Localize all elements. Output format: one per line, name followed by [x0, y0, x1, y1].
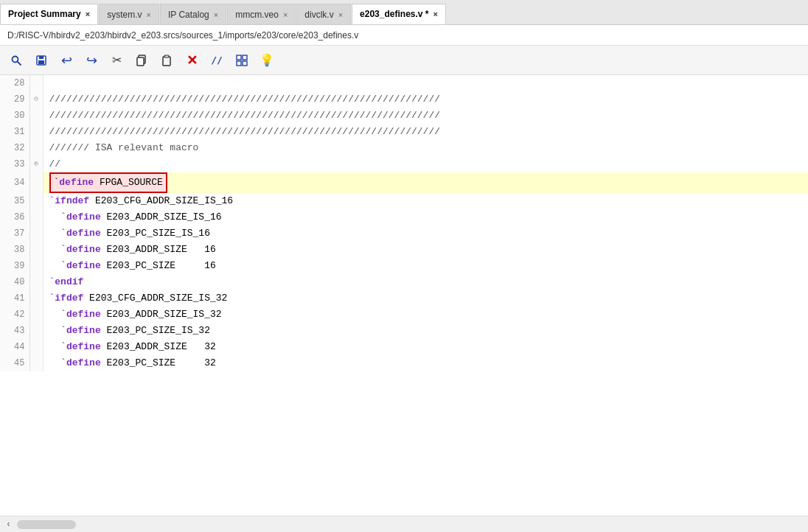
code-line-content: `define E203_PC_SIZE 16: [43, 258, 808, 274]
search-button[interactable]: [6, 50, 27, 71]
line-number: 39: [0, 258, 29, 274]
filepath-bar: D:/RISC-V/hbirdv2_e203/hbirdv2_e203.srcs…: [0, 25, 808, 46]
tab-bar: Project Summary × system.v × IP Catalog …: [0, 0, 808, 25]
fold-indicator: [29, 124, 43, 140]
svg-rect-9: [237, 55, 241, 60]
block-button[interactable]: [231, 50, 252, 71]
code-line-content: /////// ISA relevant macro: [43, 140, 808, 156]
code-line-content: `define E203_PC_SIZE_IS_32: [43, 323, 808, 339]
tab-label: Project Summary: [8, 9, 81, 19]
tab-mmcm-veo[interactable]: mmcm.veo ×: [227, 4, 296, 24]
close-icon[interactable]: ×: [283, 10, 288, 19]
comment-button[interactable]: //: [206, 50, 227, 71]
close-icon[interactable]: ×: [147, 10, 151, 19]
table-row[interactable]: 32/////// ISA relevant macro: [0, 140, 808, 156]
code-area[interactable]: 2829⊖///////////////////////////////////…: [0, 75, 808, 516]
table-row[interactable]: 40`endif: [0, 274, 808, 290]
bulb-icon: 💡: [260, 53, 274, 67]
code-table: 2829⊖///////////////////////////////////…: [0, 75, 808, 371]
code-line-content: `define E203_PC_SIZE_IS_16: [43, 225, 808, 242]
table-row[interactable]: 41`ifdef E203_CFG_ADDR_SIZE_IS_32: [0, 290, 808, 307]
copy-icon: [136, 55, 147, 66]
fold-indicator: [29, 323, 43, 339]
line-number: 40: [0, 274, 29, 290]
code-line-content: `define E203_PC_SIZE 32: [43, 355, 808, 371]
fold-indicator[interactable]: ⊖: [29, 91, 43, 108]
block-icon: [236, 55, 248, 66]
table-row[interactable]: 36 `define E203_ADDR_SIZE_IS_16: [0, 209, 808, 225]
table-row[interactable]: 38 `define E203_ADDR_SIZE 16: [0, 242, 808, 258]
tab-project-summary[interactable]: Project Summary ×: [0, 4, 98, 24]
line-number: 43: [0, 323, 29, 339]
delete-button[interactable]: ✕: [181, 50, 202, 71]
table-row[interactable]: 34`define FPGA_SOURCE: [0, 172, 808, 193]
cut-icon: ✂: [112, 53, 122, 67]
copy-button[interactable]: [131, 50, 152, 71]
tab-system-v[interactable]: system.v ×: [99, 4, 159, 24]
horizontal-scrollbar[interactable]: [17, 520, 76, 529]
close-icon[interactable]: ×: [338, 10, 343, 19]
scrollbar-area: ‹: [0, 516, 808, 532]
close-icon[interactable]: ×: [433, 10, 438, 18]
fold-indicator: [29, 75, 43, 91]
undo-button[interactable]: ↩: [56, 50, 77, 71]
fold-indicator: [29, 290, 43, 307]
code-line-content: `ifndef E203_CFG_ADDR_SIZE_IS_16: [43, 193, 808, 209]
fold-indicator: [29, 242, 43, 258]
tab-divclk-v[interactable]: divclk.v ×: [296, 4, 351, 24]
line-number: 42: [0, 307, 29, 323]
fold-indicator: [29, 140, 43, 156]
table-row[interactable]: 43 `define E203_PC_SIZE_IS_32: [0, 323, 808, 339]
table-row[interactable]: 44 `define E203_ADDR_SIZE 32: [0, 339, 808, 355]
paste-icon: [161, 55, 173, 66]
line-number: 41: [0, 290, 29, 307]
svg-rect-11: [237, 61, 241, 66]
fold-indicator: [29, 172, 43, 193]
code-line-content: //: [43, 156, 808, 172]
tab-label: divclk.v: [304, 10, 333, 20]
code-line-content: ////////////////////////////////////////…: [43, 124, 808, 140]
tab-label: mmcm.veo: [235, 10, 279, 20]
scroll-left-icon[interactable]: ‹: [3, 519, 14, 530]
fold-indicator: [29, 355, 43, 371]
code-line-content: [43, 75, 808, 91]
table-row[interactable]: 39 `define E203_PC_SIZE 16: [0, 258, 808, 274]
code-line-content: `define FPGA_SOURCE: [43, 172, 808, 193]
line-number: 45: [0, 355, 29, 371]
tab-e203-defines[interactable]: e203_defines.v * ×: [352, 4, 446, 24]
cut-button[interactable]: ✂: [106, 50, 127, 71]
redo-button[interactable]: ↪: [81, 50, 102, 71]
tab-ip-catalog[interactable]: IP Catalog ×: [160, 4, 226, 24]
code-line-content: `define E203_ADDR_SIZE 16: [43, 242, 808, 258]
table-row[interactable]: 33⊕//: [0, 156, 808, 172]
line-number: 38: [0, 242, 29, 258]
bulb-button[interactable]: 💡: [257, 50, 277, 71]
save-button[interactable]: [31, 50, 52, 71]
line-number: 28: [0, 75, 29, 91]
svg-rect-10: [243, 55, 247, 60]
close-icon[interactable]: ×: [86, 10, 90, 18]
svg-rect-12: [243, 61, 247, 66]
line-number: 33: [0, 156, 29, 172]
highlighted-define: `define FPGA_SOURCE: [49, 172, 167, 193]
fold-indicator: [29, 258, 43, 274]
table-row[interactable]: 45 `define E203_PC_SIZE 32: [0, 355, 808, 371]
table-row[interactable]: 42 `define E203_ADDR_SIZE_IS_32: [0, 307, 808, 323]
search-icon: [10, 55, 22, 66]
table-row[interactable]: 31//////////////////////////////////////…: [0, 124, 808, 140]
paste-button[interactable]: [156, 50, 177, 71]
fold-indicator: [29, 274, 43, 290]
line-number: 36: [0, 209, 29, 225]
svg-rect-3: [39, 56, 43, 59]
line-number: 37: [0, 225, 29, 242]
table-row[interactable]: 30//////////////////////////////////////…: [0, 108, 808, 124]
svg-rect-8: [164, 55, 169, 57]
fold-indicator[interactable]: ⊕: [29, 156, 43, 172]
close-icon[interactable]: ×: [214, 10, 218, 19]
line-number: 29: [0, 91, 29, 108]
table-row[interactable]: 35`ifndef E203_CFG_ADDR_SIZE_IS_16: [0, 193, 808, 209]
table-row[interactable]: 28: [0, 75, 808, 91]
fold-indicator: [29, 108, 43, 124]
table-row[interactable]: 37 `define E203_PC_SIZE_IS_16: [0, 225, 808, 242]
table-row[interactable]: 29⊖/////////////////////////////////////…: [0, 91, 808, 108]
